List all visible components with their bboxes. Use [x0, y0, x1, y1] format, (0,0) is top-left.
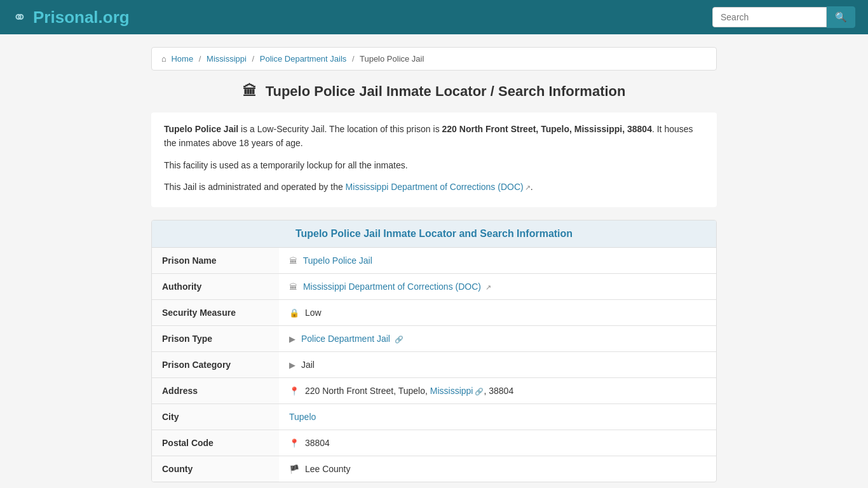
address-cell-icon: 📍: [289, 386, 299, 396]
logo-area: ⚭ Prisonal.org: [13, 8, 130, 27]
table-row: Prison Name 🏛 Tupelo Police Jail: [152, 248, 716, 274]
home-icon: ⌂: [161, 54, 166, 64]
label-prison-name: Prison Name: [152, 248, 279, 274]
type-ext-icon: 🔗: [395, 336, 403, 343]
info-table: Prison Name 🏛 Tupelo Police Jail Authori…: [152, 248, 716, 482]
breadcrumb-sep3: /: [352, 54, 355, 64]
search-icon: 🔍: [835, 11, 847, 22]
type-cell-icon: ▶: [289, 334, 295, 344]
logo-main: Prisonal: [33, 8, 98, 27]
prison-category-value: Jail: [301, 360, 315, 370]
table-row: Authority 🏛 Mississippi Department of Co…: [152, 273, 716, 299]
value-security: 🔒 Low: [279, 299, 716, 325]
main-content: ⌂ Home / Mississippi / Police Department…: [142, 34, 726, 488]
prison-icon: 🏛: [243, 83, 257, 99]
value-county: 🏴 Lee County: [279, 456, 716, 482]
table-row: Address 📍 220 North Front Street, Tupelo…: [152, 377, 716, 403]
breadcrumb-sep2: /: [252, 54, 255, 64]
site-logo[interactable]: Prisonal.org: [33, 8, 130, 27]
label-prison-type: Prison Type: [152, 325, 279, 351]
description-para2: This facility is used as a temporarily l…: [164, 158, 704, 172]
description-para3: This Jail is administrated and operated …: [164, 180, 704, 194]
prison-name-link[interactable]: Tupelo Police Jail: [303, 255, 372, 266]
authority-link[interactable]: Mississippi Department of Corrections (D…: [303, 281, 481, 292]
breadcrumb-sep1: /: [199, 54, 201, 64]
search-button[interactable]: 🔍: [827, 6, 855, 28]
label-prison-category: Prison Category: [152, 351, 279, 377]
table-row: City Tupelo: [152, 403, 716, 430]
description-section: Tupelo Police Jail is a Low-Security Jai…: [151, 112, 717, 207]
city-link[interactable]: Tupelo: [289, 412, 316, 422]
doc-link[interactable]: Mississippi Department of Corrections (D…: [346, 182, 531, 192]
table-row: Prison Type ▶ Police Department Jail 🔗: [152, 325, 716, 351]
logo-icon: ⚭: [13, 8, 27, 27]
page-title-text: Tupelo Police Jail Inmate Locator / Sear…: [266, 83, 626, 99]
prison-address-bold: 220 North Front Street, Tupelo, Mississi…: [442, 124, 652, 134]
address-prefix: 220 North Front Street, Tupelo,: [305, 386, 430, 396]
label-security: Security Measure: [152, 299, 279, 325]
postal-cell-icon: 📍: [289, 438, 299, 448]
breadcrumb: ⌂ Home / Mississippi / Police Department…: [151, 47, 717, 71]
site-header: ⚭ Prisonal.org 🔍: [0, 0, 868, 34]
section-header: Tupelo Police Jail Inmate Locator and Se…: [152, 220, 716, 248]
breadcrumb-category[interactable]: Police Department Jails: [260, 54, 347, 64]
security-value: Low: [305, 308, 322, 318]
description-para1: Tupelo Police Jail is a Low-Security Jai…: [164, 122, 704, 151]
label-county: County: [152, 456, 279, 482]
table-row: Security Measure 🔒 Low: [152, 299, 716, 325]
desc-para3-suffix: .: [531, 182, 533, 192]
value-prison-type: ▶ Police Department Jail 🔗: [279, 325, 716, 351]
label-city: City: [152, 403, 279, 430]
label-postal-code: Postal Code: [152, 430, 279, 456]
security-cell-icon: 🔒: [289, 308, 299, 318]
value-address: 📍 220 North Front Street, Tupelo, Missis…: [279, 377, 716, 403]
table-row: County 🏴 Lee County: [152, 456, 716, 482]
page-title: 🏛 Tupelo Police Jail Inmate Locator / Se…: [151, 83, 717, 100]
value-city: Tupelo: [279, 403, 716, 430]
label-address: Address: [152, 377, 279, 403]
desc-para3-prefix: This Jail is administrated and operated …: [164, 182, 346, 192]
prison-cell-icon: 🏛: [289, 256, 297, 266]
value-prison-name: 🏛 Tupelo Police Jail: [279, 248, 716, 274]
postal-code-value: 38804: [305, 438, 330, 448]
county-cell-icon: 🏴: [289, 464, 299, 474]
state-link[interactable]: Mississippi: [430, 386, 473, 396]
authority-cell-icon: 🏛: [289, 282, 297, 292]
address-suffix: , 38804: [484, 386, 513, 396]
logo-tld: .org: [98, 8, 130, 27]
table-row: Prison Category ▶ Jail: [152, 351, 716, 377]
category-cell-icon: ▶: [289, 360, 295, 370]
value-authority: 🏛 Mississippi Department of Corrections …: [279, 273, 716, 299]
value-postal-code: 📍 38804: [279, 430, 716, 456]
authority-ext-icon: ↗: [485, 283, 491, 291]
breadcrumb-home[interactable]: Home: [171, 54, 193, 64]
info-section: Tupelo Police Jail Inmate Locator and Se…: [151, 220, 717, 482]
value-prison-category: ▶ Jail: [279, 351, 716, 377]
state-ext-icon: 🔗: [475, 388, 484, 395]
breadcrumb-current: Tupelo Police Jail: [360, 54, 424, 64]
table-row: Postal Code 📍 38804: [152, 430, 716, 456]
county-value: Lee County: [305, 464, 351, 474]
search-input[interactable]: [712, 7, 827, 27]
breadcrumb-state[interactable]: Mississippi: [207, 54, 247, 64]
desc-para1-mid: is a Low-Security Jail. The location of …: [238, 124, 442, 134]
search-area: 🔍: [712, 6, 855, 28]
label-authority: Authority: [152, 273, 279, 299]
ext-link-icon: ↗: [525, 184, 531, 191]
prison-type-link[interactable]: Police Department Jail: [301, 334, 390, 344]
prison-name-bold: Tupelo Police Jail: [164, 124, 238, 134]
